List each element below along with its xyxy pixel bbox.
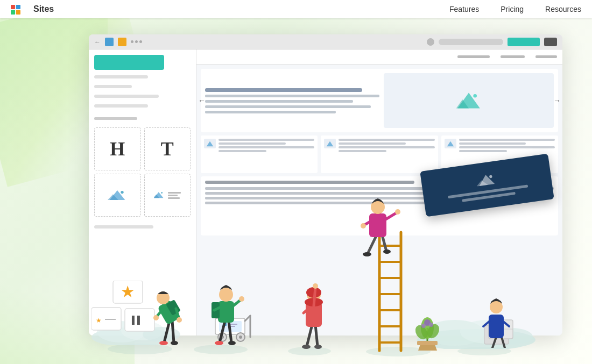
card-bar-3d	[459, 150, 507, 152]
svg-line-67	[315, 325, 318, 346]
navbar: Sites Features Pricing Resources	[0, 0, 592, 18]
svg-rect-0	[11, 5, 15, 9]
nav-links-container: Features Pricing Resources	[449, 5, 581, 13]
svg-point-68	[302, 345, 311, 349]
svg-point-18	[489, 175, 492, 178]
svg-point-12	[473, 94, 477, 98]
svg-line-87	[382, 235, 386, 251]
svg-line-92	[385, 212, 397, 220]
sidebar-bar-2	[94, 85, 132, 88]
sidebar-action-btn	[94, 55, 164, 70]
svg-point-6	[121, 191, 124, 194]
svg-point-69	[314, 345, 322, 349]
nav-pricing[interactable]: Pricing	[501, 5, 524, 13]
svg-line-34	[164, 321, 170, 342]
svg-point-58	[215, 341, 223, 345]
svg-point-75	[313, 283, 318, 289]
svg-marker-13	[207, 141, 213, 146]
svg-point-93	[395, 209, 400, 215]
svg-text:★: ★	[96, 317, 102, 324]
heading-icon: H	[110, 138, 125, 160]
hero-title-bar	[205, 88, 362, 92]
widget-text-card[interactable]: T	[144, 127, 191, 170]
svg-point-89	[383, 249, 391, 254]
svg-point-112	[421, 324, 426, 328]
svg-line-57	[229, 321, 231, 342]
ground-shadow-2	[194, 345, 248, 354]
svg-line-56	[220, 321, 225, 342]
svg-point-113	[429, 323, 433, 327]
svg-rect-2	[11, 10, 15, 15]
hero-content-section: ← →	[201, 69, 558, 132]
browser-dot-1	[131, 40, 133, 43]
hero-sub-bar-1	[205, 95, 379, 97]
hero-sub-bar-3	[205, 105, 371, 108]
hero-sub-bar-4	[205, 111, 336, 113]
sidebar-bar-4	[94, 104, 148, 108]
card-bar-2d	[339, 150, 386, 152]
browser-dots	[131, 40, 142, 43]
nav-features[interactable]: Features	[449, 5, 479, 13]
browser-back-icon: ←	[94, 38, 101, 46]
person-5-icon	[468, 289, 517, 348]
card-bar-1a	[219, 139, 314, 141]
browser-chrome: ←	[89, 34, 562, 49]
nav-resources[interactable]: Resources	[545, 5, 581, 13]
svg-rect-106	[417, 341, 438, 345]
card-bar-3c	[459, 146, 555, 148]
mountain-icon	[108, 188, 127, 203]
zoho-logo-icon	[11, 4, 30, 15]
card-img-2	[324, 139, 336, 148]
card-mountain-icon-3	[447, 141, 454, 147]
svg-point-59	[228, 341, 236, 345]
logo-container: Sites	[11, 4, 54, 15]
svg-rect-3	[16, 10, 20, 15]
svg-rect-102	[489, 315, 504, 338]
card-bar-1c	[219, 146, 314, 148]
card-text-2	[339, 139, 434, 152]
card-mountain-icon-2	[326, 141, 334, 147]
browser-dot-3	[139, 40, 142, 43]
sidebar-section-divider	[94, 117, 137, 120]
card-text-3	[459, 139, 555, 152]
browser-tab-blue	[105, 38, 114, 46]
carousel-left-arrow[interactable]: ←	[198, 96, 206, 105]
topbar-bar-1	[457, 55, 490, 58]
svg-point-9	[161, 192, 163, 194]
svg-line-74	[314, 287, 315, 306]
browser-address-bar	[439, 39, 503, 45]
sidebar-bar-3	[94, 95, 159, 98]
svg-rect-60	[218, 301, 234, 323]
card-img-3	[445, 139, 456, 148]
hero-mountain-icon	[455, 90, 482, 111]
big-card-mountain-icon	[476, 171, 497, 189]
widget-heading-card[interactable]: H	[94, 127, 141, 170]
svg-point-36	[159, 341, 168, 345]
svg-point-88	[363, 252, 371, 256]
feature-card-2	[321, 135, 438, 173]
card-bar-3b	[459, 142, 526, 145]
browser-teal-button	[508, 38, 540, 46]
card-bar-1d	[219, 150, 266, 152]
image-text-icon	[154, 190, 166, 200]
person-2-icon	[205, 270, 248, 345]
svg-point-64	[239, 296, 244, 302]
svg-point-43	[153, 315, 159, 320]
svg-text:★: ★	[121, 284, 134, 300]
widget-grid: H T	[94, 127, 191, 217]
feature-card-1	[201, 135, 318, 173]
card-bar-2a	[339, 139, 434, 141]
browser-circle-icon	[427, 38, 434, 46]
svg-rect-1	[16, 5, 20, 9]
card-mountain-icon-1	[206, 141, 214, 147]
svg-point-44	[177, 317, 182, 323]
topbar-bar-3	[535, 55, 557, 58]
svg-marker-15	[447, 141, 453, 146]
svg-line-66	[307, 325, 312, 346]
widget-image-card[interactable]	[94, 174, 141, 217]
card-bar-1b	[219, 142, 286, 145]
svg-point-37	[171, 341, 178, 345]
svg-marker-14	[327, 141, 333, 146]
carousel-right-arrow[interactable]: →	[553, 96, 561, 105]
widget-image-text-card[interactable]	[144, 174, 191, 217]
